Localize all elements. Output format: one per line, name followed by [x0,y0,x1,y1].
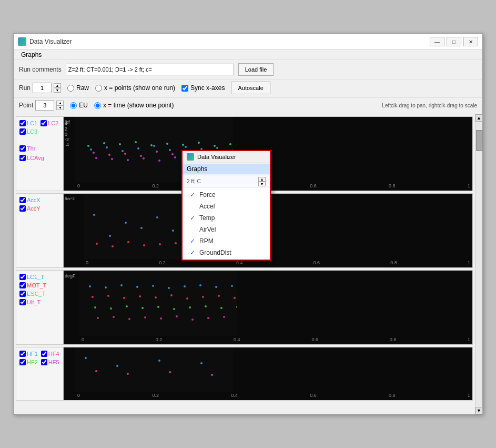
scroll-down-arrow[interactable]: ▼ [475,407,483,414]
dropdown-title-text: Data Visualizer [197,154,236,160]
legend-ultt-checkbox[interactable] [19,299,26,305]
dropdown-menu[interactable]: Data Visualizer Graphs 2 ft; C ▲ ▼ ✓ For… [181,150,271,261]
scroll-thumb[interactable] [476,130,482,151]
svg-point-153 [126,305,128,307]
run-input[interactable] [33,83,52,93]
svg-point-197 [127,373,129,375]
dropdown-item-accel[interactable]: Accel [183,201,270,212]
raw-label[interactable]: Raw [76,84,89,92]
x-points-radio[interactable] [95,85,102,92]
sync-x-axes-label[interactable]: Sync x-axes [190,84,225,92]
svg-point-95 [112,245,114,247]
window-title: Data Visualizer [29,38,72,45]
svg-point-96 [127,241,129,243]
point-up-button[interactable]: ▲ [56,101,64,105]
close-button[interactable]: ✕ [463,37,478,46]
minimize-button[interactable]: — [430,37,444,46]
x-time-label[interactable]: x = time (show one point) [103,102,174,109]
dropdown-item-force[interactable]: ✓ Force [183,189,270,201]
svg-point-5 [153,145,155,147]
point-label: Point [19,102,33,109]
svg-point-159 [220,307,222,309]
legend-esct-checkbox[interactable] [19,291,26,297]
svg-point-46 [198,142,200,144]
legend-accx: AccX [19,197,41,203]
point-down-button[interactable]: ▼ [56,105,64,110]
svg-point-59 [127,159,129,161]
svg-point-140 [202,296,204,298]
svg-point-190 [158,360,160,362]
svg-point-142 [234,297,236,299]
x-axis-force: 0 0.2 0.4 0.6 0.8 1 [75,182,472,191]
eu-radio[interactable] [70,102,77,109]
svg-point-57 [95,157,97,159]
scroll-up-arrow[interactable]: ▲ [475,114,483,122]
dropdown-graphs-menu[interactable]: Graphs [183,164,270,174]
svg-point-2 [106,146,108,148]
point-input[interactable] [35,100,54,111]
sync-x-axes-checkbox[interactable] [181,85,188,92]
run-comment-input[interactable] [66,64,234,75]
legend-accy-checkbox[interactable] [19,205,26,212]
dropdown-item-airvel[interactable]: AirVel [183,224,270,235]
legend-lcavg-checkbox[interactable] [19,155,26,161]
svg-point-199 [211,374,213,376]
svg-point-155 [157,306,159,308]
graph-legend-hf: HF1 HF4 HF2 H [16,347,64,400]
point-spin-group: Point ▲ ▼ [19,100,64,111]
scatter-svg-hf [75,347,233,392]
eu-label[interactable]: EU [79,102,88,109]
x-time-radio[interactable] [94,102,101,109]
run-up-button[interactable]: ▲ [54,83,61,88]
dropdown-check-grounddist: ✓ [189,249,196,256]
svg-point-133 [92,296,94,298]
svg-point-118 [168,287,170,289]
svg-point-114 [105,286,107,288]
svg-point-48 [229,143,231,145]
legend-lc2-checkbox[interactable] [41,120,47,126]
svg-point-41 [119,143,121,145]
legend-hf4-checkbox[interactable] [41,351,47,357]
y-axis-label-force: 420-2-4 [65,121,75,147]
menu-graphs[interactable]: Graphs [18,50,45,59]
legend-lc1t-checkbox[interactable] [19,274,26,280]
legend-hf5-checkbox[interactable] [41,359,47,365]
legend-hf2-checkbox[interactable] [19,359,26,365]
raw-radio[interactable] [67,85,74,92]
svg-point-170 [113,316,115,318]
dropdown-item-grounddist[interactable]: ✓ GroundDist [183,247,270,258]
legend-accx-label: AccX [27,197,41,203]
legend-temp-row1: LC1_T [19,274,60,280]
x-points-label[interactable]: x = points (show one run) [104,84,175,92]
dropdown-spin-down[interactable]: ▼ [258,182,266,186]
dropdown-spin-up[interactable]: ▲ [258,177,266,182]
svg-point-158 [205,305,207,307]
load-file-button[interactable]: Load file [238,63,274,76]
legend-thr-checkbox[interactable] [19,145,26,152]
autoscale-button[interactable]: Autoscale [231,82,270,94]
legend-lc3-checkbox[interactable] [19,128,26,135]
dropdown-check-force: ✓ [189,191,196,198]
x-tick-hf-08: 0.8 [389,393,396,399]
x-tick-hf-02: 0.2 [152,393,159,399]
dropdown-item-temp[interactable]: ✓ Temp [183,212,270,224]
graph-canvas-hf: 0 0.2 0.4 0.6 0.8 1 [64,347,472,400]
legend-accx-checkbox[interactable] [19,197,26,203]
svg-point-42 [135,141,137,143]
svg-point-122 [231,285,233,287]
svg-point-156 [173,308,175,310]
dropdown-item-rpm[interactable]: ✓ RPM [183,235,270,247]
svg-point-119 [184,285,186,287]
x-tick-temp-0: 0 [82,337,84,343]
legend-hf1-checkbox[interactable] [19,351,26,357]
legend-lc1-checkbox[interactable] [19,120,26,126]
scrollbar-vertical[interactable]: ▲ ▼ [475,114,482,414]
svg-point-39 [87,145,89,147]
svg-point-171 [128,318,130,320]
run-down-button[interactable]: ▼ [54,88,61,93]
dropdown-title-bar: Data Visualizer [183,151,270,163]
legend-mott-checkbox[interactable] [19,282,26,288]
maximize-button[interactable]: □ [447,37,461,46]
point-spin-buttons: ▲ ▼ [56,101,64,110]
svg-point-121 [215,286,217,288]
